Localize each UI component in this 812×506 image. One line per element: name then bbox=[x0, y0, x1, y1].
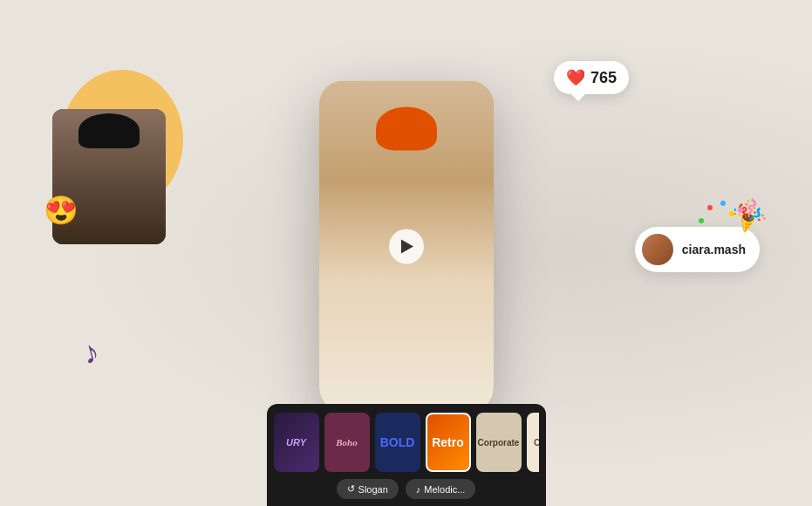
style-card-bold[interactable]: BOLD bbox=[375, 413, 420, 472]
melodic-label: Melodic... bbox=[424, 484, 465, 495]
phone-video bbox=[319, 80, 494, 412]
style-card-classic[interactable]: Classic bbox=[527, 413, 539, 472]
play-icon bbox=[401, 239, 413, 253]
music-note-icon: ♪ bbox=[78, 332, 103, 372]
slogan-button[interactable]: ↺ Slogan bbox=[337, 479, 399, 499]
notif-username: ciara.mash bbox=[682, 243, 746, 256]
confetti-dot bbox=[699, 218, 704, 223]
melodic-button[interactable]: ♪ Melodic... bbox=[406, 479, 476, 499]
play-button[interactable] bbox=[389, 229, 424, 263]
phone-frame bbox=[319, 80, 494, 412]
style-buttons-row: ↺ Slogan ♪ Melodic... bbox=[274, 479, 539, 499]
style-card-luxury[interactable]: URY bbox=[274, 413, 319, 472]
confetti-dot bbox=[729, 211, 734, 216]
style-card-retro[interactable]: Retro bbox=[426, 413, 471, 472]
confetti-dot bbox=[738, 208, 743, 213]
style-cards-container: URY Boho BOLD Retro Corporate Classic SP bbox=[274, 413, 539, 472]
style-card-boho[interactable]: Boho bbox=[324, 413, 370, 472]
confetti bbox=[690, 201, 742, 244]
notif-avatar bbox=[642, 234, 673, 265]
heart-emoji: ❤️ bbox=[566, 68, 585, 87]
profile-card-left: 😍 bbox=[52, 70, 192, 244]
slogan-icon: ↺ bbox=[347, 483, 355, 495]
music-icon: ♪ bbox=[416, 484, 421, 495]
confetti-dot bbox=[720, 201, 726, 206]
style-card-corporate[interactable]: Corporate bbox=[476, 413, 522, 472]
confetti-dot bbox=[707, 205, 713, 210]
like-count: 765 bbox=[590, 69, 617, 87]
slogan-label: Slogan bbox=[358, 484, 388, 495]
style-strip: URY Boho BOLD Retro Corporate Classic SP… bbox=[267, 404, 546, 506]
like-bubble: ❤️ 765 bbox=[554, 61, 629, 94]
heart-eyes-emoji: 😍 bbox=[44, 194, 78, 227]
